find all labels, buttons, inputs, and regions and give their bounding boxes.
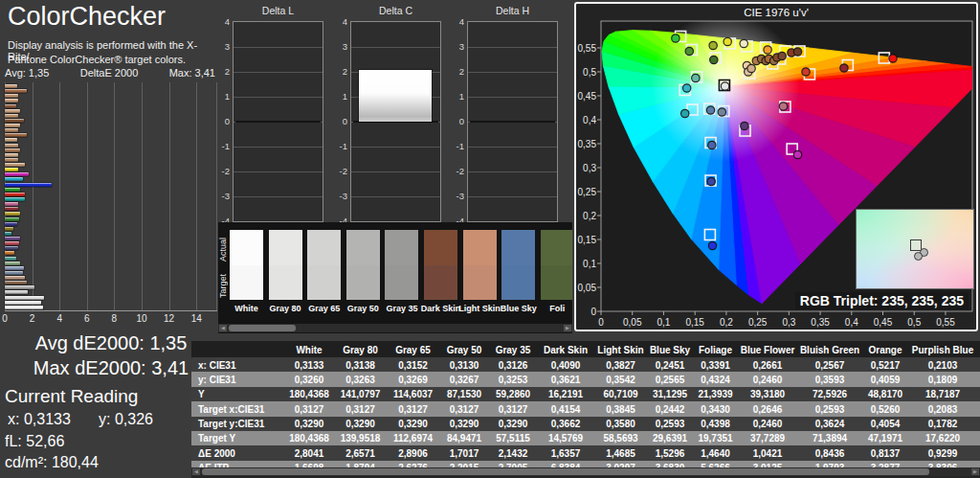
cie-measured-point (793, 150, 801, 158)
delta-chart-frame (467, 21, 558, 222)
table-cell: 112,6974 (387, 431, 439, 445)
swatch-actual-half (230, 230, 263, 265)
table-cell: 60,7109 (594, 387, 647, 401)
cie-measured-point (802, 68, 810, 76)
de2000-gridline (87, 82, 88, 310)
table-cell: 14,5769 (537, 431, 594, 445)
table-cell: 39,3180 (738, 387, 797, 401)
table-cell: 2,6571 (334, 445, 387, 460)
table-cell: 87,1530 (439, 387, 489, 401)
table-cell: 0,4059 (862, 372, 908, 386)
color-swatch: Gray 50 (346, 230, 380, 300)
table-cell: 18,7187 (908, 387, 977, 401)
swatch-target-half (346, 265, 380, 301)
cie-measured-point (778, 52, 786, 59)
cie-y-tick-label: 0,2 (583, 211, 596, 221)
cie-x-tick-label: 0,5 (907, 317, 921, 328)
table-row: ΔE 20002,80412,65712,89061,70172,14321,6… (191, 445, 980, 460)
delta-gridline (234, 72, 323, 73)
cie-measured-point (721, 82, 728, 90)
delta-y-tick-label: -3 (332, 191, 347, 201)
delta-y-tick-label: 2 (332, 66, 347, 77)
table-scroll-left-icon[interactable]: ◀ (192, 468, 200, 475)
delta-gridline (468, 72, 557, 73)
delta-zero-line (235, 121, 321, 123)
table-scroll-thumb[interactable] (202, 468, 929, 475)
color-swatch-box (307, 230, 341, 300)
table-cell: 0,3430 (693, 401, 738, 416)
table-column-header: Blue Flower (738, 341, 797, 357)
table-cell: 2,8041 (284, 445, 334, 460)
table-cell: 19,7351 (693, 431, 738, 445)
delta-y-tick-label: 0 (214, 116, 230, 126)
swatch-scroll-left-icon[interactable]: ◀ (219, 325, 227, 331)
de2000-bar (5, 197, 25, 201)
de2000-bar (5, 109, 20, 113)
table-scrollbar[interactable]: ◀ ▶ (191, 467, 980, 476)
de2000-bar (5, 99, 18, 102)
table-cell: 0,3127 (439, 401, 489, 416)
reading-cdm2: cd/m²: 180,44 (5, 454, 99, 471)
de2000-bar (5, 193, 25, 196)
table-cell: 0,3845 (594, 401, 647, 416)
color-swatch-box (385, 230, 418, 300)
table-cell: 0,4154 (537, 401, 594, 416)
delta-y-tick-label: 1 (449, 91, 464, 102)
table-column-header: Foliage (693, 341, 738, 357)
cie-y-tick-label: 0,45 (578, 91, 597, 102)
cie-y-tick-label: 0,5 (583, 67, 596, 78)
delta-gridline (468, 47, 557, 48)
de2000-bar (5, 262, 20, 265)
delta-y-tick-label: -2 (214, 166, 230, 176)
white-point-zoom-inset (856, 209, 974, 289)
cie-1976-panel: 00,050,10,150,20,250,30,350,40,450,50,55… (574, 2, 978, 331)
de2000-chart-title: DeltaE 2000 (80, 67, 139, 79)
delta-y-tick-label: 1 (332, 91, 347, 102)
cie-y-tick-label: 0,3 (583, 163, 596, 173)
de2000-bar (5, 306, 43, 309)
table-cell: 72,5926 (797, 387, 862, 401)
de2000-bar (5, 133, 27, 137)
table-cell: 71,3894 (797, 431, 862, 445)
table-cell: 84,9471 (439, 431, 489, 445)
table-cell: 0,2593 (647, 417, 693, 431)
de2000-bar (5, 148, 20, 152)
de2000-axis-tick-label: 14 (191, 313, 202, 324)
table-column-header: Gray 80 (334, 341, 387, 357)
table-cell: 0,3621 (537, 372, 594, 386)
cie-measured-point (779, 102, 787, 110)
swatch-scroll-thumb[interactable] (229, 325, 296, 331)
de2000-axis-tick-label: 6 (84, 313, 90, 324)
cie-y-tick-label: 0,1 (583, 259, 596, 269)
table-column-header: Dark Skin (537, 341, 594, 357)
color-swatch: Dark Skin (424, 230, 457, 300)
color-swatch: Blue Sky (501, 230, 535, 300)
table-cell: 0,4398 (693, 417, 738, 431)
swatch-scrollbar[interactable]: ◀ ▶ (218, 324, 572, 332)
cie-x-tick-label: 0 (598, 317, 604, 328)
de2000-bar (5, 89, 27, 93)
delta-chart-title: Delta L (233, 5, 323, 16)
table-scroll-right-icon[interactable]: ▶ (971, 468, 979, 475)
swatch-label: Gray 50 (342, 304, 385, 313)
swatch-row-label-actual: Actual (218, 232, 230, 266)
table-cell: 0,3827 (594, 357, 647, 372)
rgb-triplet-readout: RGB Triplet: 235, 235, 235 (795, 292, 969, 309)
swatch-strip-panel: Actual Target WhiteGray 80Gray 65Gray 50… (218, 222, 572, 333)
table-cell: 139,9518 (334, 431, 387, 445)
table-cell: 1,7017 (439, 445, 489, 460)
swatch-actual-half (463, 230, 497, 265)
de2000-bar (5, 266, 24, 270)
swatch-actual-half (269, 230, 302, 265)
table-header-corner (191, 341, 284, 357)
cie-measured-point (724, 37, 731, 45)
swatch-scroll-right-icon[interactable]: ▶ (564, 325, 571, 331)
delta-y-tick-label: 3 (449, 41, 464, 52)
table-cell: 0,2567 (797, 357, 862, 372)
cie-measured-point (889, 55, 897, 62)
de2000-bar (5, 153, 18, 157)
cie-x-tick-label: 0,3 (782, 317, 795, 328)
cie-measured-point (685, 47, 693, 55)
de2000-bar (5, 94, 18, 98)
table-cell: 0,3290 (387, 417, 439, 431)
